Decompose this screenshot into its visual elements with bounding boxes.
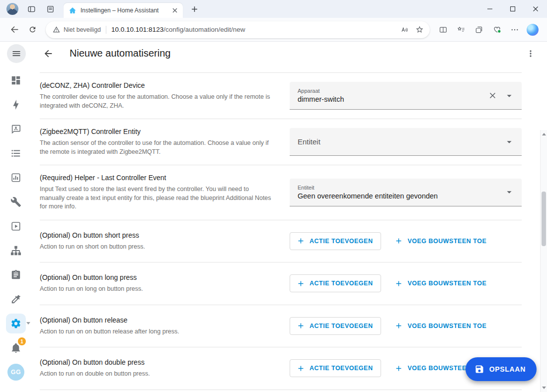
add-building-block-label: VOEG BOUWSTEEN TOE bbox=[407, 238, 486, 245]
row-title: (Optional) On button release bbox=[40, 316, 275, 324]
collections-icon[interactable] bbox=[470, 21, 487, 38]
address-separator bbox=[106, 26, 106, 34]
browser-menu-icon[interactable] bbox=[506, 21, 523, 38]
sidebar-item-developer[interactable] bbox=[0, 190, 32, 214]
sidebar-item-dashboard[interactable] bbox=[0, 68, 32, 92]
favorites-icon[interactable] bbox=[453, 21, 469, 38]
browser-profile-button[interactable] bbox=[5, 1, 20, 16]
scrollbar[interactable] bbox=[540, 130, 547, 392]
browser-title-bar: Instellingen – Home Assistant bbox=[0, 0, 547, 18]
browser-tab[interactable]: Instellingen – Home Assistant bbox=[64, 3, 183, 18]
new-tab-icon[interactable] bbox=[188, 2, 201, 15]
refresh-icon[interactable] bbox=[24, 21, 41, 38]
add-building-block-button[interactable]: VOEG BOUWSTEEN TOE bbox=[388, 232, 494, 250]
row-control: Apparaat dimmer-switch bbox=[290, 82, 522, 110]
security-label[interactable]: Niet beveiligd bbox=[64, 26, 101, 33]
row-text: (Required) Helper - Last Controller Even… bbox=[40, 174, 275, 211]
media-icon bbox=[10, 221, 21, 232]
workspaces-icon[interactable] bbox=[24, 1, 39, 16]
save-button[interactable]: OPSLAAN bbox=[466, 357, 537, 381]
add-action-button[interactable]: ACTIE TOEVOEGEN bbox=[290, 317, 381, 335]
active-item-highlight bbox=[6, 314, 26, 333]
select-label: Entiteit bbox=[298, 185, 501, 191]
dropdown-arrow-icon[interactable] bbox=[501, 87, 518, 104]
row-title: (Optional) On button long press bbox=[40, 273, 275, 281]
row-title: (Optional) On button double press bbox=[40, 358, 275, 366]
add-building-block-label: VOEG BOUWSTEEN TOE bbox=[407, 280, 486, 287]
sidebar-item-user[interactable]: GG bbox=[0, 360, 32, 384]
row-text: (deCONZ, ZHA) Controller Device The cont… bbox=[40, 81, 275, 110]
dropdown-arrow-icon[interactable] bbox=[501, 133, 518, 150]
tab-actions-icon[interactable] bbox=[43, 1, 58, 16]
row-short-press: (Optional) On button short press Action … bbox=[40, 220, 522, 263]
select-texts: Entiteit bbox=[298, 137, 501, 146]
app-body: 1 GG (deCONZ, ZHA) Controller Device The… bbox=[0, 65, 547, 392]
row-control: Entiteit Geen overeenkomende entiteiten … bbox=[290, 179, 522, 206]
list-icon bbox=[10, 148, 21, 159]
sidebar-item-tools[interactable] bbox=[0, 287, 32, 311]
minimize-icon[interactable] bbox=[478, 0, 501, 18]
row-button-release: (Optional) On button release Action to r… bbox=[40, 305, 522, 348]
device-select[interactable]: Apparaat dimmer-switch bbox=[290, 82, 522, 110]
sidebar-item-integrations[interactable] bbox=[0, 238, 32, 262]
plus-icon bbox=[394, 322, 403, 330]
row-title: (deCONZ, ZHA) Controller Device bbox=[40, 81, 275, 89]
sidebar-item-notifications[interactable]: 1 bbox=[0, 335, 32, 360]
sidebar-item-todo[interactable] bbox=[0, 141, 32, 165]
scrollbar-thumb[interactable] bbox=[542, 192, 546, 246]
browser-essentials-icon[interactable] bbox=[488, 21, 505, 38]
back-icon[interactable] bbox=[6, 21, 23, 38]
scroll-up-arrow-icon[interactable] bbox=[542, 133, 546, 135]
row-text: (Optional) On button double press Action… bbox=[40, 358, 275, 379]
row-text: (Optional) On button release Action to r… bbox=[40, 316, 275, 336]
maximize-icon[interactable] bbox=[501, 0, 524, 18]
dropdown-arrow-icon[interactable] bbox=[501, 184, 518, 200]
row-description: The controller device to use for the aut… bbox=[40, 93, 275, 110]
entity-select[interactable]: Entiteit bbox=[290, 128, 522, 156]
add-building-block-button[interactable]: VOEG BOUWSTEEN TOE bbox=[388, 317, 494, 335]
sidebar: 1 GG bbox=[0, 65, 32, 392]
url-text[interactable]: 10.0.10.101:8123/config/automation/edit/… bbox=[111, 26, 397, 33]
read-aloud-icon[interactable] bbox=[397, 22, 412, 37]
url-host: 10.0.10.101:8123 bbox=[111, 26, 163, 33]
blueprint-config-form: (deCONZ, ZHA) Controller Device The cont… bbox=[40, 72, 522, 390]
sidebar-item-energy[interactable] bbox=[0, 92, 32, 117]
add-action-button[interactable]: ACTIE TOEVOEGEN bbox=[290, 274, 381, 292]
select-value: Geen overeenkomende entiteiten gevonden bbox=[298, 192, 501, 200]
overflow-menu-icon[interactable] bbox=[522, 45, 539, 62]
sidebar-menu-icon[interactable] bbox=[7, 44, 26, 63]
sitemap-icon bbox=[10, 245, 21, 256]
row-double-press: (Optional) On button double press Action… bbox=[40, 347, 522, 390]
app-header: Nieuwe automatisering bbox=[0, 42, 547, 65]
address-bar[interactable]: Niet beveiligd 10.0.10.101:8123/config/a… bbox=[46, 21, 430, 38]
wrench-icon bbox=[10, 196, 21, 207]
row-control: ACTIE TOEVOEGEN VOEG BOUWSTEEN TOE bbox=[290, 317, 522, 335]
home-assistant-favicon bbox=[69, 6, 77, 14]
sidebar-item-chat[interactable] bbox=[0, 117, 32, 141]
split-screen-icon[interactable] bbox=[435, 21, 452, 38]
profile-avatar bbox=[6, 3, 18, 15]
row-title: (Optional) On button short press bbox=[40, 231, 275, 239]
favorite-star-icon[interactable] bbox=[412, 22, 427, 37]
add-action-button[interactable]: ACTIE TOEVOEGEN bbox=[290, 232, 381, 250]
notification-badge: 1 bbox=[18, 337, 26, 345]
clear-icon[interactable] bbox=[484, 87, 501, 104]
row-description: Action to run on long on button press. bbox=[40, 285, 275, 294]
sidebar-item-history[interactable] bbox=[0, 165, 32, 190]
sidebar-item-media[interactable] bbox=[0, 214, 32, 238]
helper-entity-select[interactable]: Entiteit Geen overeenkomende entiteiten … bbox=[290, 179, 522, 206]
add-building-block-button[interactable]: VOEG BOUWSTEEN TOE bbox=[388, 274, 494, 292]
page-back-icon[interactable] bbox=[40, 45, 57, 62]
row-controller-device: (deCONZ, ZHA) Controller Device The cont… bbox=[40, 73, 522, 119]
sidebar-item-blueprints[interactable] bbox=[0, 262, 32, 287]
plus-icon bbox=[394, 364, 403, 373]
user-avatar: GG bbox=[7, 364, 24, 381]
row-control: ACTIE TOEVOEGEN VOEG BOUWSTEEN TOE bbox=[290, 232, 522, 250]
copilot-icon[interactable] bbox=[524, 21, 541, 38]
close-window-icon[interactable] bbox=[524, 0, 547, 18]
add-action-button[interactable]: ACTIE TOEVOEGEN bbox=[290, 359, 381, 377]
select-texts: Entiteit Geen overeenkomende entiteiten … bbox=[298, 185, 501, 200]
page-title: Nieuwe automatisering bbox=[70, 48, 170, 59]
tab-close-icon[interactable] bbox=[170, 5, 180, 15]
scroll-down-arrow-icon[interactable] bbox=[542, 387, 546, 389]
